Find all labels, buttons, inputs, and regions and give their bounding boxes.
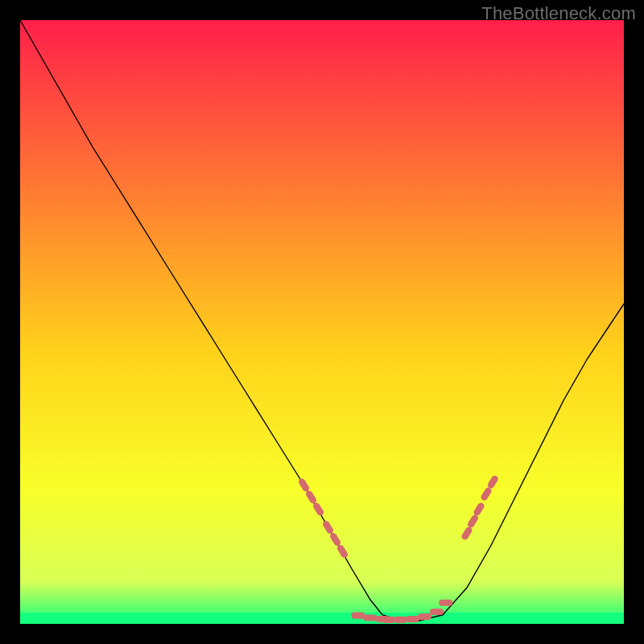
curve-marker [351, 612, 365, 618]
plot-area [20, 20, 624, 624]
curve-markers [297, 474, 499, 623]
curve-marker [321, 519, 334, 535]
curve-marker [304, 489, 317, 505]
curve-marker [473, 502, 485, 517]
curve-marker [486, 474, 499, 489]
curve-marker [466, 514, 479, 529]
chart-canvas: TheBottleneck.com [0, 0, 644, 644]
curve-marker [480, 486, 493, 502]
curve-marker [439, 600, 452, 606]
curve-marker [406, 616, 419, 622]
curve-marker [394, 617, 407, 623]
curve-marker [328, 531, 341, 547]
curve-marker [382, 617, 395, 623]
curve-marker [297, 477, 310, 493]
bottleneck-curve-path [20, 20, 624, 621]
curve-svg [20, 20, 624, 624]
curve-marker [312, 502, 324, 517]
curve-marker [430, 609, 444, 615]
curve-marker [336, 543, 349, 559]
curve-marker [363, 614, 377, 621]
watermark-label: TheBottleneck.com [481, 3, 636, 24]
curve-marker [460, 526, 473, 541]
curve-marker [418, 613, 431, 620]
